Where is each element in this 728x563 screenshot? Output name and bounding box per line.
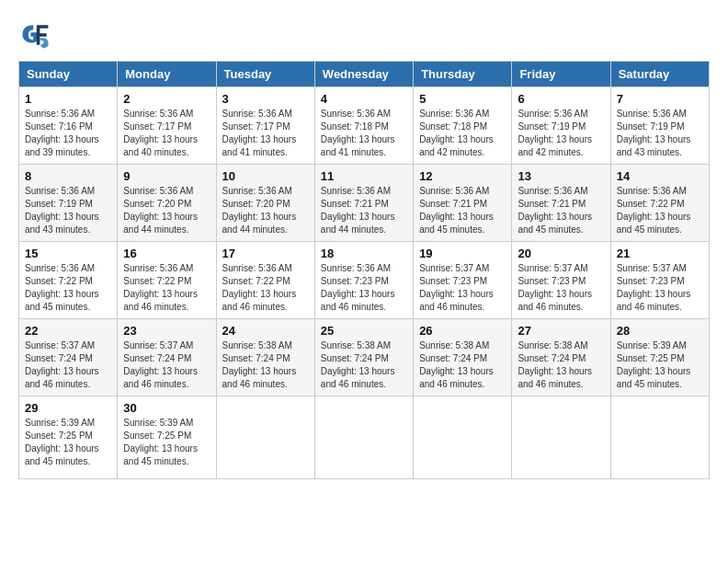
day-info: Sunrise: 5:36 AM Sunset: 7:17 PM Dayligh… [222, 108, 309, 159]
day-number: 16 [123, 247, 210, 260]
empty-cell [512, 396, 610, 479]
calendar-week-4: 22Sunrise: 5:37 AM Sunset: 7:24 PM Dayli… [19, 319, 710, 396]
calendar-day-30: 30Sunrise: 5:39 AM Sunset: 7:25 PM Dayli… [118, 396, 216, 479]
calendar-day-4: 4Sunrise: 5:36 AM Sunset: 7:18 PM Daylig… [314, 87, 413, 165]
day-info: Sunrise: 5:36 AM Sunset: 7:17 PM Dayligh… [123, 108, 210, 159]
day-number: 1 [25, 92, 111, 106]
day-info: Sunrise: 5:38 AM Sunset: 7:24 PM Dayligh… [321, 339, 407, 391]
page-header [18, 18, 710, 52]
calendar-day-21: 21Sunrise: 5:37 AM Sunset: 7:23 PM Dayli… [610, 242, 709, 319]
calendar-day-19: 19Sunrise: 5:37 AM Sunset: 7:23 PM Dayli… [414, 242, 512, 319]
calendar-day-25: 25Sunrise: 5:38 AM Sunset: 7:24 PM Dayli… [314, 319, 413, 396]
calendar-day-7: 7Sunrise: 5:36 AM Sunset: 7:19 PM Daylig… [610, 87, 709, 165]
day-info: Sunrise: 5:37 AM Sunset: 7:24 PM Dayligh… [123, 339, 210, 391]
day-number: 13 [518, 169, 604, 183]
calendar-day-9: 9Sunrise: 5:36 AM Sunset: 7:20 PM Daylig… [118, 165, 216, 242]
calendar-day-18: 18Sunrise: 5:36 AM Sunset: 7:23 PM Dayli… [314, 242, 413, 319]
day-info: Sunrise: 5:39 AM Sunset: 7:25 PM Dayligh… [25, 417, 111, 468]
day-info: Sunrise: 5:36 AM Sunset: 7:20 PM Dayligh… [123, 185, 210, 236]
day-number: 21 [617, 247, 703, 260]
day-info: Sunrise: 5:36 AM Sunset: 7:21 PM Dayligh… [419, 185, 506, 236]
calendar-day-20: 20Sunrise: 5:37 AM Sunset: 7:23 PM Dayli… [512, 242, 610, 319]
calendar-table: SundayMondayTuesdayWednesdayThursdayFrid… [18, 61, 710, 479]
calendar-day-15: 15Sunrise: 5:36 AM Sunset: 7:22 PM Dayli… [19, 242, 118, 319]
calendar-day-12: 12Sunrise: 5:36 AM Sunset: 7:21 PM Dayli… [414, 165, 512, 242]
day-number: 25 [321, 324, 407, 338]
day-info: Sunrise: 5:36 AM Sunset: 7:23 PM Dayligh… [321, 262, 407, 314]
day-number: 11 [321, 169, 407, 183]
calendar-day-10: 10Sunrise: 5:36 AM Sunset: 7:20 PM Dayli… [216, 165, 314, 242]
calendar-day-13: 13Sunrise: 5:36 AM Sunset: 7:21 PM Dayli… [512, 165, 610, 242]
day-number: 8 [25, 169, 111, 183]
empty-cell [314, 396, 413, 479]
day-info: Sunrise: 5:36 AM Sunset: 7:18 PM Dayligh… [419, 108, 506, 159]
day-info: Sunrise: 5:38 AM Sunset: 7:24 PM Dayligh… [222, 339, 309, 391]
calendar-day-27: 27Sunrise: 5:38 AM Sunset: 7:24 PM Dayli… [512, 319, 610, 396]
day-info: Sunrise: 5:38 AM Sunset: 7:24 PM Dayligh… [518, 339, 604, 391]
day-info: Sunrise: 5:36 AM Sunset: 7:21 PM Dayligh… [518, 185, 604, 236]
calendar-day-28: 28Sunrise: 5:39 AM Sunset: 7:25 PM Dayli… [610, 319, 709, 396]
weekday-header-sunday: Sunday [19, 62, 118, 87]
calendar-day-23: 23Sunrise: 5:37 AM Sunset: 7:24 PM Dayli… [118, 319, 216, 396]
day-number: 4 [321, 92, 407, 106]
day-number: 2 [123, 92, 210, 106]
calendar-week-2: 8Sunrise: 5:36 AM Sunset: 7:19 PM Daylig… [19, 165, 710, 242]
logo [18, 18, 55, 52]
day-info: Sunrise: 5:36 AM Sunset: 7:22 PM Dayligh… [222, 262, 309, 314]
day-info: Sunrise: 5:36 AM Sunset: 7:18 PM Dayligh… [321, 108, 407, 159]
calendar-day-5: 5Sunrise: 5:36 AM Sunset: 7:18 PM Daylig… [414, 87, 512, 165]
day-number: 7 [617, 92, 703, 106]
day-info: Sunrise: 5:36 AM Sunset: 7:19 PM Dayligh… [617, 108, 703, 159]
day-number: 27 [518, 324, 604, 338]
weekday-header-saturday: Saturday [610, 62, 709, 87]
day-number: 9 [123, 169, 210, 183]
day-info: Sunrise: 5:36 AM Sunset: 7:20 PM Dayligh… [222, 185, 309, 236]
day-info: Sunrise: 5:37 AM Sunset: 7:23 PM Dayligh… [419, 262, 506, 314]
day-number: 10 [222, 169, 309, 183]
day-number: 22 [25, 324, 111, 338]
calendar-week-1: 1Sunrise: 5:36 AM Sunset: 7:16 PM Daylig… [19, 87, 710, 165]
empty-cell [414, 396, 512, 479]
day-number: 5 [419, 92, 506, 106]
day-info: Sunrise: 5:39 AM Sunset: 7:25 PM Dayligh… [617, 339, 703, 391]
calendar-day-3: 3Sunrise: 5:36 AM Sunset: 7:17 PM Daylig… [216, 87, 314, 165]
day-number: 14 [617, 169, 703, 183]
day-info: Sunrise: 5:36 AM Sunset: 7:21 PM Dayligh… [321, 185, 407, 236]
calendar-day-8: 8Sunrise: 5:36 AM Sunset: 7:19 PM Daylig… [19, 165, 118, 242]
calendar-body: 1Sunrise: 5:36 AM Sunset: 7:16 PM Daylig… [19, 87, 710, 479]
day-info: Sunrise: 5:36 AM Sunset: 7:22 PM Dayligh… [617, 185, 703, 236]
day-info: Sunrise: 5:37 AM Sunset: 7:23 PM Dayligh… [617, 262, 703, 314]
day-number: 30 [123, 401, 210, 415]
day-info: Sunrise: 5:39 AM Sunset: 7:25 PM Dayligh… [123, 417, 210, 468]
day-info: Sunrise: 5:36 AM Sunset: 7:22 PM Dayligh… [123, 262, 210, 314]
day-number: 26 [419, 324, 506, 338]
calendar-day-17: 17Sunrise: 5:36 AM Sunset: 7:22 PM Dayli… [216, 242, 314, 319]
empty-cell [216, 396, 314, 479]
weekday-header-friday: Friday [512, 62, 610, 87]
day-number: 6 [518, 92, 604, 106]
calendar-day-14: 14Sunrise: 5:36 AM Sunset: 7:22 PM Dayli… [610, 165, 709, 242]
weekday-header-wednesday: Wednesday [314, 62, 413, 87]
day-info: Sunrise: 5:36 AM Sunset: 7:19 PM Dayligh… [518, 108, 604, 159]
calendar-day-16: 16Sunrise: 5:36 AM Sunset: 7:22 PM Dayli… [118, 242, 216, 319]
calendar-day-29: 29Sunrise: 5:39 AM Sunset: 7:25 PM Dayli… [19, 396, 118, 479]
weekday-header-tuesday: Tuesday [216, 62, 314, 87]
weekday-header-monday: Monday [118, 62, 216, 87]
day-number: 24 [222, 324, 309, 338]
day-number: 29 [25, 401, 111, 415]
calendar-day-1: 1Sunrise: 5:36 AM Sunset: 7:16 PM Daylig… [19, 87, 118, 165]
day-info: Sunrise: 5:36 AM Sunset: 7:22 PM Dayligh… [25, 262, 111, 314]
calendar-header: SundayMondayTuesdayWednesdayThursdayFrid… [19, 62, 710, 87]
day-info: Sunrise: 5:36 AM Sunset: 7:16 PM Dayligh… [25, 108, 111, 159]
calendar-day-22: 22Sunrise: 5:37 AM Sunset: 7:24 PM Dayli… [19, 319, 118, 396]
day-number: 20 [518, 247, 604, 260]
day-number: 12 [419, 169, 506, 183]
calendar-day-26: 26Sunrise: 5:38 AM Sunset: 7:24 PM Dayli… [414, 319, 512, 396]
day-number: 15 [25, 247, 111, 260]
day-number: 18 [321, 247, 407, 260]
calendar-day-24: 24Sunrise: 5:38 AM Sunset: 7:24 PM Dayli… [216, 319, 314, 396]
day-number: 17 [222, 247, 309, 260]
calendar-day-6: 6Sunrise: 5:36 AM Sunset: 7:19 PM Daylig… [512, 87, 610, 165]
day-number: 3 [222, 92, 309, 106]
day-number: 28 [617, 324, 703, 338]
